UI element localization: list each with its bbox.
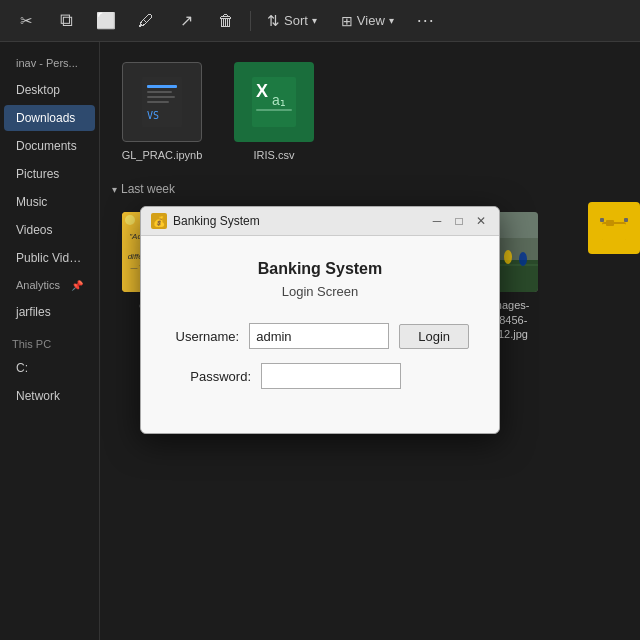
maximize-button[interactable]: □ xyxy=(451,213,467,229)
dialog-titlebar: 💰 Banking System ─ □ ✕ xyxy=(141,207,499,236)
close-button[interactable]: ✕ xyxy=(473,213,489,229)
username-row: Username: Login xyxy=(171,323,469,349)
login-button[interactable]: Login xyxy=(399,324,469,349)
dialog-heading: Banking System xyxy=(171,260,469,278)
dialog-icon: 💰 xyxy=(151,213,167,229)
minimize-button[interactable]: ─ xyxy=(429,213,445,229)
password-input[interactable] xyxy=(261,363,401,389)
dialog-subheading: Login Screen xyxy=(171,284,469,299)
modal-overlay: 💰 Banking System ─ □ ✕ Banking System Lo… xyxy=(0,0,640,640)
username-label: Username: xyxy=(171,329,239,344)
dialog-body: Banking System Login Screen Username: Lo… xyxy=(141,236,499,433)
password-label: Password: xyxy=(171,369,251,384)
username-input[interactable] xyxy=(249,323,389,349)
dialog-title: Banking System xyxy=(173,214,423,228)
password-row: Password: xyxy=(171,363,469,389)
banking-system-dialog: 💰 Banking System ─ □ ✕ Banking System Lo… xyxy=(140,206,500,434)
